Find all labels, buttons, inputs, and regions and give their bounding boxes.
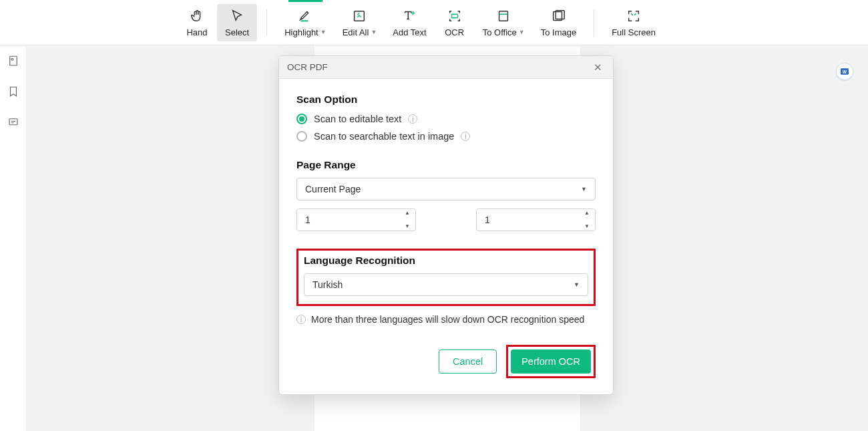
perform-ocr-highlight: Perform OCR — [506, 345, 596, 378]
tool-hand[interactable]: Hand — [177, 4, 217, 41]
radio-icon — [296, 114, 307, 124]
page-from-spinner[interactable]: 1 ▲ ▼ — [296, 208, 416, 231]
svg-text:W: W — [843, 69, 847, 74]
svg-rect-5 — [10, 56, 17, 65]
info-icon[interactable]: i — [408, 114, 417, 124]
tool-select[interactable]: Select — [217, 4, 257, 41]
chevron-down-icon: ▼ — [581, 186, 587, 192]
dialog-body: Scan Option Scan to editable text i Scan… — [279, 79, 613, 394]
ocr-dialog: OCR PDF ✕ Scan Option Scan to editable t… — [278, 55, 614, 395]
page-range-value: Current Page — [305, 184, 361, 194]
info-icon: i — [296, 315, 306, 324]
spinner-up-icon[interactable]: ▲ — [582, 210, 592, 216]
language-recognition-highlight: Language Recognition Turkish ▼ — [296, 249, 596, 306]
image-icon — [550, 8, 566, 25]
hand-icon — [190, 8, 204, 25]
tool-to-office-label: To Office▼ — [483, 27, 525, 37]
tool-to-office[interactable]: To Office▼ — [475, 4, 533, 41]
scan-option-heading: Scan Option — [296, 94, 596, 106]
perform-ocr-button[interactable]: Perform OCR — [511, 349, 591, 374]
language-select[interactable]: Turkish ▼ — [304, 273, 588, 296]
tool-edit-all[interactable]: Edit All▼ — [335, 4, 385, 41]
chevron-down-icon: ▼ — [574, 281, 580, 288]
svg-rect-2 — [499, 11, 508, 21]
dialog-title: OCR PDF — [287, 62, 328, 72]
tool-highlight[interactable]: Highlight▼ — [276, 4, 335, 41]
office-icon — [495, 8, 511, 25]
radio-editable-label: Scan to editable text — [314, 114, 401, 124]
tool-highlight-label: Highlight▼ — [284, 27, 327, 37]
tool-edit-all-label: Edit All▼ — [343, 27, 377, 37]
chevron-down-icon: ▼ — [371, 29, 377, 35]
radio-icon — [296, 131, 307, 142]
svg-rect-7 — [9, 119, 17, 125]
toolbar: Hand Select Highlight▼ Edit All▼ Add Tex… — [0, 0, 868, 45]
edit-icon — [352, 8, 367, 25]
dialog-titlebar: OCR PDF ✕ — [279, 56, 613, 79]
sidebar-bookmark[interactable] — [0, 76, 27, 107]
page-from-value: 1 — [305, 214, 310, 225]
language-value: Turkish — [312, 279, 343, 290]
cursor-icon — [230, 8, 244, 25]
tool-ocr[interactable]: OCR — [435, 4, 475, 41]
add-text-icon — [402, 8, 418, 25]
toolbar-separator — [594, 9, 594, 36]
chevron-down-icon: ▼ — [519, 29, 525, 35]
radio-editable-text[interactable]: Scan to editable text i — [296, 114, 596, 124]
tool-add-text[interactable]: Add Text — [385, 4, 434, 41]
tool-ocr-label: OCR — [445, 27, 464, 37]
page-range-heading: Page Range — [296, 159, 596, 171]
tool-hand-label: Hand — [186, 27, 207, 37]
language-hint: i More than three languages will slow do… — [296, 314, 596, 325]
dialog-buttons: Cancel Perform OCR — [296, 345, 596, 378]
tool-full-screen-label: Full Screen — [612, 27, 656, 37]
spinner-down-icon[interactable]: ▼ — [582, 224, 592, 229]
sidebar-thumbnails[interactable] — [0, 45, 27, 76]
sidebar-comment[interactable] — [0, 107, 27, 138]
radio-searchable-text[interactable]: Scan to searchable text in image i — [296, 131, 596, 142]
left-sidebar — [0, 45, 27, 431]
toolbar-separator — [266, 9, 267, 36]
svg-rect-1 — [451, 14, 457, 18]
info-icon[interactable]: i — [461, 132, 470, 141]
language-hint-text: More than three languages will slow down… — [311, 314, 584, 325]
highlighter-icon — [297, 8, 313, 25]
tool-select-label: Select — [225, 27, 249, 37]
svg-point-6 — [11, 58, 13, 60]
tool-full-screen[interactable]: Full Screen — [604, 4, 664, 41]
spinner-up-icon[interactable]: ▲ — [402, 210, 413, 216]
convert-word-button[interactable]: W — [836, 63, 853, 80]
fullscreen-icon — [626, 8, 641, 25]
page-range-select[interactable]: Current Page ▼ — [296, 178, 596, 200]
tool-add-text-label: Add Text — [393, 27, 426, 37]
cancel-button[interactable]: Cancel — [439, 349, 497, 374]
tool-to-image[interactable]: To Image — [533, 4, 584, 41]
page-to-value: 1 — [485, 214, 490, 225]
ocr-icon — [447, 8, 463, 25]
page-to-spinner[interactable]: 1 ▲ ▼ — [476, 208, 596, 231]
chevron-down-icon: ▼ — [320, 29, 327, 35]
radio-searchable-label: Scan to searchable text in image — [314, 131, 454, 142]
close-icon[interactable]: ✕ — [591, 60, 605, 75]
tool-to-image-label: To Image — [541, 27, 576, 37]
language-heading: Language Recognition — [304, 255, 588, 267]
spinner-down-icon[interactable]: ▼ — [402, 224, 413, 229]
